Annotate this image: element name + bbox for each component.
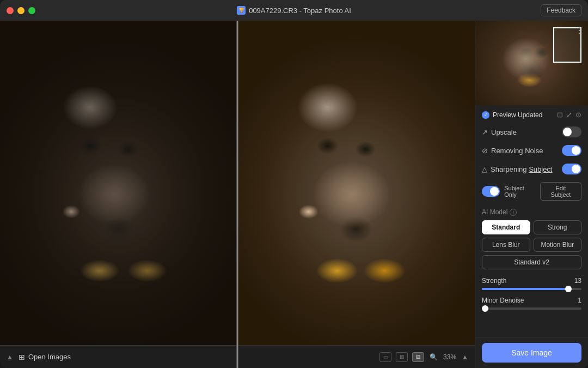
preview-row: Preview Updated ⊡ ⤢ ⊙ [482,111,581,119]
window-controls [7,7,35,14]
ai-model-grid: Standard Strong Lens Blur Motion Blur St… [482,220,581,269]
sharpening-label: △ Sharpening Subject [482,165,553,173]
minor-denoise-slider-track[interactable] [482,307,581,310]
titlebar: 🏆 009A7229.CR3 - Topaz Photo AI Feedback [0,0,588,21]
before-image [0,21,237,368]
maximize-button[interactable] [28,7,35,14]
folder-icon: ⊞ [19,353,25,361]
strength-slider-header: Strength 13 [482,277,581,285]
expand-icon[interactable]: ⤢ [566,111,572,119]
thumbnail-area: ⋮ [475,21,588,105]
save-image-button[interactable]: Save Image [482,343,581,363]
sharpening-subject-link[interactable]: Subject [529,165,552,173]
chevron-up-icon[interactable]: ▲ [7,353,13,361]
panel-controls: Preview Updated ⊡ ⤢ ⊙ ↗ Upscale ⊘ [475,105,588,337]
crop-icon[interactable]: ⊡ [557,111,563,119]
preview-status: Preview Updated [482,111,542,119]
subject-only-toggle[interactable] [482,186,500,197]
bottom-right: ▭ ⊞ ⊟ 🔍 33% ▲ [379,352,468,362]
feedback-button[interactable]: Feedback [541,4,581,16]
minor-denoise-slider-thumb[interactable] [482,305,488,312]
save-button-area: Save Image [475,337,588,368]
subject-row: Subject Only Edit Subject [482,182,581,201]
minor-denoise-value: 1 [578,297,581,304]
strength-slider-track[interactable] [482,288,581,290]
compare-view-button[interactable]: ⊟ [412,352,424,362]
minor-denoise-slider-header: Minor Denoise 1 [482,297,581,304]
right-panel: ⋮ Preview Updated ⊡ ⤢ ⊙ ↗ Upsca [475,21,588,368]
upscale-toggle[interactable] [562,126,581,137]
sharpening-row: △ Sharpening Subject [482,164,581,174]
app-icon: 🏆 [237,6,246,15]
bottom-left: ▲ ⊞ Open Images [7,353,71,361]
ai-model-section-label: AI Model i [482,208,581,216]
app-title: 🏆 009A7229.CR3 - Topaz Photo AI [237,6,351,15]
upscale-label: ↗ Upscale [482,128,517,136]
preview-dot-icon [482,111,489,119]
strength-slider-fill [482,288,568,290]
options-button[interactable]: ⋮ [575,25,584,35]
settings-icon[interactable]: ⊙ [575,111,581,119]
sharpening-toggle[interactable] [562,164,581,174]
minor-denoise-label: Minor Denoise [482,297,524,304]
removing-noise-label: ⊘ Removing Noise [482,147,543,155]
split-divider[interactable] [237,21,238,368]
split-view-button[interactable]: ⊞ [396,352,408,362]
zoom-up-icon[interactable]: ▲ [462,353,468,361]
open-images-button[interactable]: ⊞ Open Images [19,353,71,361]
after-image [237,21,475,368]
edit-subject-button[interactable]: Edit Subject [540,182,581,201]
model-standard-v2-button[interactable]: Standard v2 [482,255,581,269]
zoom-icon: 🔍 [430,353,438,361]
upscale-row: ↗ Upscale [482,126,581,137]
strength-label: Strength [482,277,506,285]
model-standard-button[interactable]: Standard [482,220,530,234]
noise-icon: ⊘ [482,147,488,155]
model-strong-button[interactable]: Strong [534,220,582,234]
removing-noise-row: ⊘ Removing Noise [482,145,581,156]
model-lens-blur-button[interactable]: Lens Blur [482,238,530,252]
ai-model-info-icon[interactable]: i [510,209,517,216]
image-after [237,21,475,368]
minimize-button[interactable] [17,7,24,14]
single-view-button[interactable]: ▭ [379,352,391,362]
image-area: ▲ ⊞ Open Images ▭ ⊞ ⊟ 🔍 33% ▲ [0,21,475,368]
subject-only-label: Subject Only [504,185,536,198]
model-motion-blur-button[interactable]: Motion Blur [534,238,582,252]
removing-noise-toggle[interactable] [562,145,581,156]
view-icons: ▭ ⊞ ⊟ [379,352,424,362]
upscale-icon: ↗ [482,128,488,136]
preview-action-icons: ⊡ ⤢ ⊙ [557,111,581,119]
minor-denoise-slider-row: Minor Denoise 1 [482,297,581,310]
image-before [0,21,237,368]
main-layout: ▲ ⊞ Open Images ▭ ⊞ ⊟ 🔍 33% ▲ [0,21,588,368]
strength-value: 13 [574,277,581,285]
zoom-label: 33% [443,353,456,361]
sharpening-icon: △ [482,165,487,173]
strength-slider-row: Strength 13 [482,277,581,290]
close-button[interactable] [7,7,14,14]
strength-slider-thumb[interactable] [565,286,572,292]
